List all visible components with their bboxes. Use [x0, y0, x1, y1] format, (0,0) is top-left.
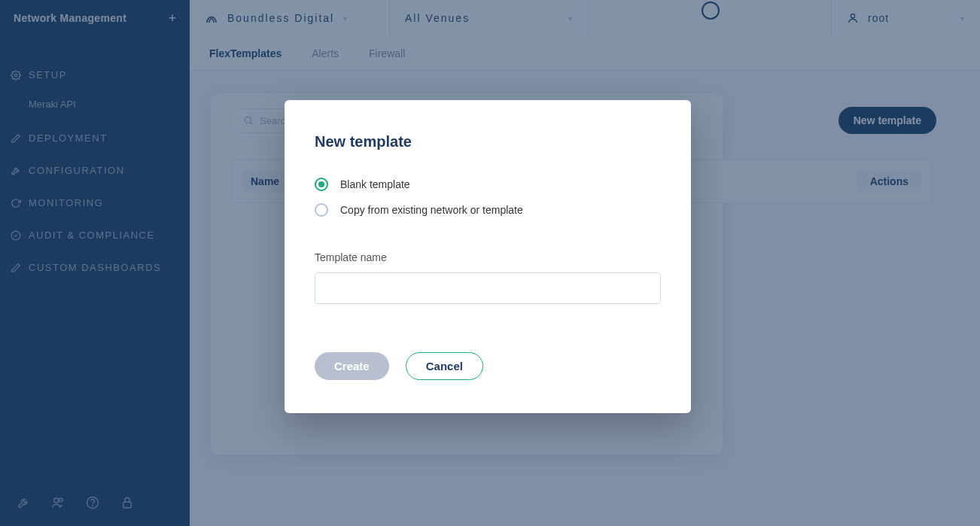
template-name-label: Template name: [315, 251, 661, 263]
modal-actions: Create Cancel: [315, 352, 661, 380]
template-name-input[interactable]: [315, 272, 661, 304]
radio-label: Copy from existing network or template: [340, 204, 523, 216]
radio-blank-template[interactable]: Blank template: [315, 178, 661, 191]
radio-icon: [315, 178, 328, 191]
modal-overlay[interactable]: New template Blank template Copy from ex…: [0, 0, 980, 526]
radio-label: Blank template: [340, 178, 410, 190]
create-button[interactable]: Create: [315, 352, 389, 380]
cancel-button[interactable]: Cancel: [406, 352, 483, 380]
modal-title: New template: [315, 133, 661, 151]
radio-copy-existing[interactable]: Copy from existing network or template: [315, 203, 661, 217]
radio-icon: [315, 203, 328, 217]
new-template-modal: New template Blank template Copy from ex…: [285, 100, 691, 413]
